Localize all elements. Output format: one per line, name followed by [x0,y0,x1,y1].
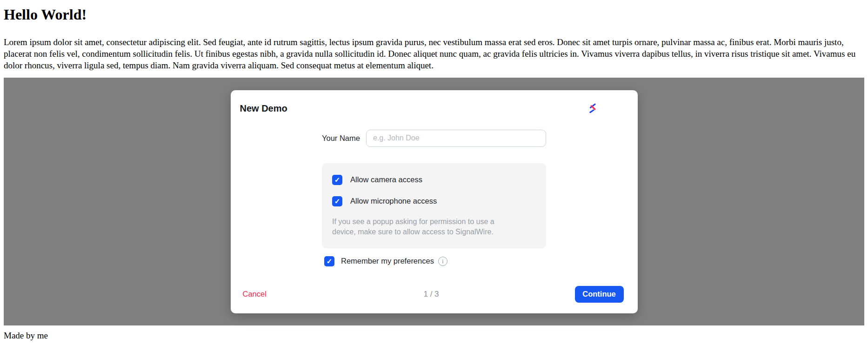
dialog-header: New Demo [231,90,638,114]
modal-overlay: New Demo Your Name Allow camera access [4,78,864,325]
microphone-checkbox-label: Allow microphone access [350,197,437,206]
dialog-title: New Demo [240,102,287,114]
page-title: Hello World! [4,0,864,23]
info-icon[interactable] [438,257,447,266]
new-demo-dialog: New Demo Your Name Allow camera access [231,90,638,313]
name-input[interactable] [366,130,546,147]
step-indicator: 1 / 3 [423,290,439,299]
microphone-access-row[interactable]: Allow microphone access [332,196,536,206]
cancel-button[interactable]: Cancel [239,288,270,300]
name-field-row: Your Name [322,130,546,147]
camera-checkbox-label: Allow camera access [350,175,422,184]
remember-checkbox-checked-icon[interactable] [324,256,334,266]
permissions-hint-text: If you see a popup asking for permission… [332,217,500,237]
signalwire-logo-icon [587,102,598,113]
permissions-panel: Allow camera access Allow microphone acc… [322,163,546,248]
dialog-footer: Cancel 1 / 3 Continue [231,286,638,313]
dialog-form: Your Name Allow camera access Allow micr… [322,130,546,266]
camera-checkbox-checked-icon[interactable] [332,175,342,185]
name-field-label: Your Name [322,134,360,143]
intro-paragraph: Lorem ipsum dolor sit amet, consectetur … [4,36,864,71]
microphone-checkbox-checked-icon[interactable] [332,196,342,206]
made-by-text: Made by me [4,325,864,341]
camera-access-row[interactable]: Allow camera access [332,175,536,185]
remember-preferences-row[interactable]: Remember my preferences [324,256,546,266]
remember-checkbox-label: Remember my preferences [341,257,434,265]
continue-button[interactable]: Continue [575,286,624,303]
